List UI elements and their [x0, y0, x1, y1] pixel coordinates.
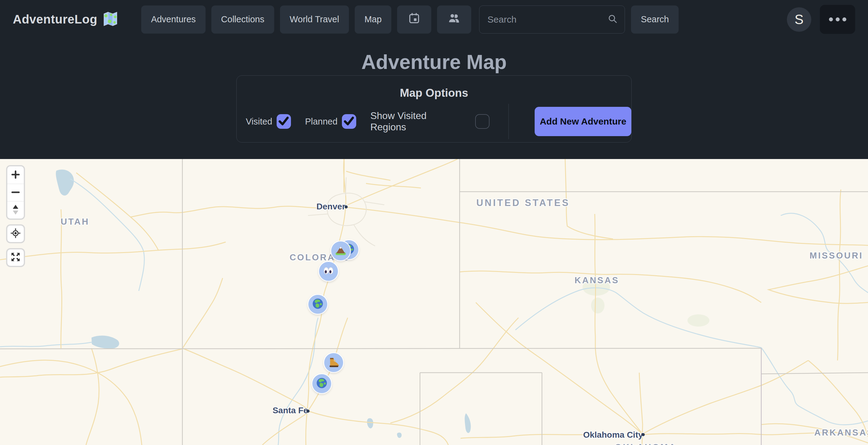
map-options-row: Visited Planned Show Visited Regions Add… — [246, 107, 631, 136]
globe-icon — [312, 298, 324, 311]
add-new-adventure-button[interactable]: Add New Adventure — [535, 107, 631, 136]
city-dot-santa-fe — [307, 410, 310, 413]
search-icon — [607, 13, 618, 26]
nav-map[interactable]: Map — [355, 5, 391, 34]
country-label-united-states: UNITED STATES — [476, 198, 570, 208]
urban-patches — [583, 279, 709, 327]
city-label-oklahoma-city: Oklahoma City — [583, 430, 643, 440]
map-zoom-control — [6, 165, 25, 220]
avatar[interactable]: S — [787, 7, 811, 32]
planned-checkbox[interactable] — [342, 114, 356, 129]
city-dot-oklahoma-city — [642, 433, 645, 436]
mountain-icon — [335, 244, 347, 258]
main-nav: Adventures Collections World Travel Map — [141, 5, 471, 34]
roads — [0, 159, 868, 445]
state-label-kansas: KANSAS — [575, 275, 619, 286]
map-canvas[interactable] — [0, 159, 868, 445]
zoom-out-button[interactable] — [7, 184, 24, 201]
pitch-arrows-icon — [10, 204, 21, 217]
state-label-arkansas: ARKANSAS — [814, 427, 868, 438]
pitch-toggle-button[interactable] — [7, 201, 24, 218]
map-logo-icon — [102, 11, 119, 28]
nav-world-travel[interactable]: World Travel — [280, 5, 349, 34]
options-divider — [508, 104, 509, 139]
zoom-in-button[interactable] — [7, 166, 24, 184]
state-borders — [0, 159, 868, 445]
check-icon — [277, 114, 290, 129]
state-label-oklahoma: OKLAHOMA — [615, 442, 677, 445]
map-options-card: Map Options Visited Planned Show Visited… — [236, 76, 632, 143]
map-marker[interactable] — [324, 353, 343, 372]
hero-section: Adventure Map Map Options Visited Planne… — [0, 39, 868, 159]
nav-collections[interactable]: Collections — [211, 5, 274, 34]
ellipsis-icon — [829, 18, 846, 21]
state-label-missouri: MISSOURI — [809, 250, 863, 261]
show-visited-regions-label: Show Visited Regions — [370, 110, 465, 133]
show-visited-regions-checkbox[interactable] — [475, 114, 490, 129]
nav-adventures[interactable]: Adventures — [141, 5, 206, 34]
map-options-title: Map Options — [237, 87, 631, 99]
boot-icon — [328, 356, 340, 369]
calendar-icon — [407, 11, 421, 27]
state-label-utah: UTAH — [61, 217, 89, 227]
plus-icon — [10, 169, 21, 181]
city-dot-denver — [345, 205, 348, 208]
map-marker[interactable] — [308, 295, 327, 314]
search-button[interactable]: Search — [631, 5, 679, 34]
eyes-icon — [322, 265, 335, 278]
minus-icon — [10, 187, 21, 198]
city-label-santa-fe: Santa Fe — [273, 406, 308, 415]
adventure-map[interactable]: UTAH COLORADO UNITED STATES KANSAS MISSO… — [0, 159, 868, 445]
city-label-denver: Denver — [317, 202, 346, 211]
avatar-initial: S — [795, 12, 803, 27]
users-icon — [447, 11, 461, 28]
top-navbar: AdventureLog Adventures Collections Worl… — [0, 0, 868, 39]
map-marker[interactable] — [312, 374, 331, 393]
globe-icon — [316, 377, 328, 390]
visited-label: Visited — [246, 117, 272, 127]
city-roads — [308, 177, 384, 246]
check-icon — [342, 114, 355, 129]
search-input[interactable] — [479, 5, 625, 34]
map-marker[interactable] — [319, 262, 338, 281]
geolocate-button[interactable] — [6, 224, 25, 243]
calendar-button[interactable] — [397, 5, 431, 34]
fullscreen-icon — [10, 251, 21, 264]
brand-name: AdventureLog — [13, 12, 97, 26]
planned-label: Planned — [305, 117, 337, 127]
geolocate-icon — [9, 227, 22, 240]
lake-shapes — [56, 169, 471, 438]
users-button[interactable] — [437, 5, 471, 34]
brand[interactable]: AdventureLog — [13, 11, 119, 28]
search-area — [479, 5, 625, 34]
map-marker[interactable] — [331, 241, 350, 260]
more-menu-button[interactable] — [820, 5, 855, 34]
fullscreen-button[interactable] — [6, 248, 25, 267]
visited-checkbox[interactable] — [277, 114, 291, 129]
page-title: Adventure Map — [0, 50, 868, 73]
